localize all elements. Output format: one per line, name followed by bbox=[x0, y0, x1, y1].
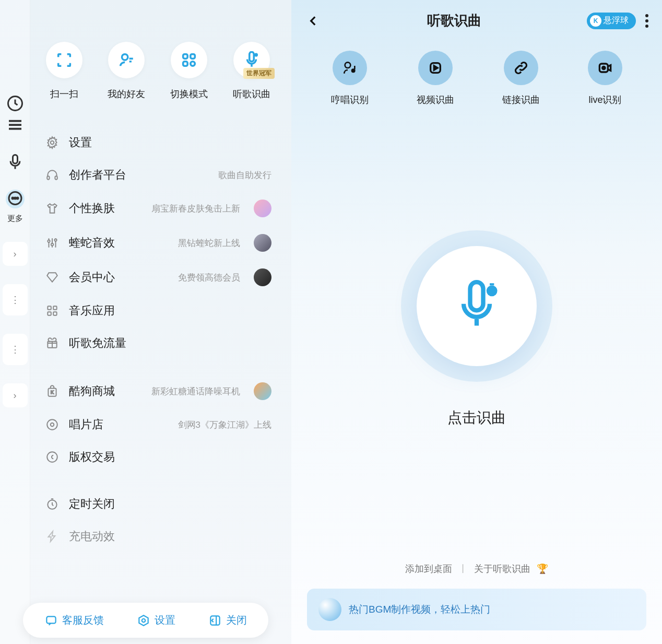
quick-friends-label: 我的好友 bbox=[108, 88, 145, 100]
bag-icon: K bbox=[45, 384, 60, 399]
drawer-edge: 更多 › ⋮ ⋮ › bbox=[0, 0, 30, 644]
svg-rect-1 bbox=[13, 155, 17, 164]
svg-rect-14 bbox=[55, 176, 57, 180]
page-title: 听歌识曲 bbox=[322, 11, 587, 30]
quick-scan[interactable]: 扫一扫 bbox=[46, 42, 82, 100]
quick-mode-label: 切换模式 bbox=[170, 88, 208, 100]
feedback-icon bbox=[44, 614, 58, 627]
headphone-icon bbox=[45, 168, 60, 182]
svg-point-32 bbox=[345, 62, 351, 68]
menu-apps[interactable]: 音乐应用 bbox=[41, 295, 276, 327]
svg-point-37 bbox=[487, 285, 498, 296]
grid-icon bbox=[45, 303, 60, 318]
more-button[interactable] bbox=[645, 14, 648, 28]
svg-rect-29 bbox=[47, 616, 56, 623]
bottom-feedback[interactable]: 客服反馈 bbox=[44, 613, 104, 627]
menu-viper[interactable]: 蝰蛇音效 黑钻蝰蛇新上线 bbox=[41, 226, 276, 260]
edge-card-2[interactable]: ⋮ bbox=[3, 284, 28, 315]
svg-rect-7 bbox=[183, 54, 188, 59]
trophy-icon: 🏆 bbox=[537, 563, 548, 575]
recognize-cta: 点击识曲 bbox=[447, 408, 506, 428]
quick-recognize-label: 听歌识曲 bbox=[233, 88, 270, 100]
menu-icon[interactable] bbox=[6, 115, 25, 134]
float-ball-button[interactable]: K 悬浮球 bbox=[587, 13, 636, 29]
chat-icon[interactable] bbox=[6, 190, 25, 208]
menu-store[interactable]: K 酷狗商城 新彩虹糖通话降噪耳机 bbox=[41, 374, 276, 408]
edge-card-3[interactable]: ⋮ bbox=[3, 334, 28, 365]
float-ball-icon: K bbox=[590, 15, 601, 27]
mode-hum[interactable]: 哼唱识别 bbox=[331, 51, 369, 106]
svg-rect-13 bbox=[47, 176, 49, 180]
svg-point-30 bbox=[142, 618, 146, 622]
mode-live[interactable]: live识别 bbox=[588, 51, 622, 106]
menu-copyright[interactable]: 版权交易 bbox=[41, 441, 276, 473]
shirt-icon bbox=[45, 201, 60, 216]
close-icon bbox=[208, 614, 222, 627]
gem-thumb bbox=[254, 234, 271, 252]
svg-point-6 bbox=[122, 54, 128, 60]
menu-skin[interactable]: 个性换肤 扇宝新春皮肤兔击上新 bbox=[41, 191, 276, 226]
svg-text:K: K bbox=[51, 390, 54, 395]
bgm-banner[interactable]: 热门BGM制作视频，轻松上热门 bbox=[307, 589, 646, 630]
quick-mode[interactable]: 切换模式 bbox=[170, 42, 208, 100]
mode-video[interactable]: 视频识曲 bbox=[417, 51, 454, 106]
svg-point-15 bbox=[48, 240, 50, 242]
recognize-center: 点击识曲 bbox=[291, 111, 662, 563]
svg-point-10 bbox=[191, 62, 195, 66]
svg-point-11 bbox=[254, 53, 258, 57]
recognize-button[interactable] bbox=[417, 246, 537, 366]
store-thumb bbox=[254, 382, 271, 400]
edge-card-4[interactable]: › bbox=[3, 383, 28, 407]
diamond-icon bbox=[45, 270, 60, 285]
gear-icon bbox=[45, 135, 60, 150]
svg-point-17 bbox=[54, 239, 56, 241]
svg-point-3 bbox=[12, 197, 14, 199]
banner-disc-icon bbox=[318, 598, 341, 621]
menu-free-data[interactable]: 听歌免流量 bbox=[41, 327, 276, 359]
svg-rect-8 bbox=[191, 54, 195, 59]
timer-icon bbox=[45, 497, 60, 511]
svg-point-26 bbox=[51, 423, 54, 427]
equalizer-icon bbox=[45, 236, 60, 250]
menu-creator[interactable]: 创作者平台 歌曲自助发行 bbox=[41, 159, 276, 191]
svg-point-5 bbox=[17, 197, 18, 199]
gift-icon bbox=[45, 336, 60, 350]
drawer-main: 扫一扫 我的好友 切换模式 世界冠军 听歌识曲 设置 bbox=[30, 0, 291, 644]
mode-link[interactable]: 链接识曲 bbox=[502, 51, 540, 106]
side-drawer: 更多 › ⋮ ⋮ › 扫一扫 我的好友 切换模式 世界冠军 听歌识曲 bbox=[0, 0, 291, 644]
quick-friends[interactable]: 我的好友 bbox=[108, 42, 145, 100]
menu-charge-anim[interactable]: 充电动效 bbox=[41, 520, 276, 553]
svg-rect-20 bbox=[48, 312, 51, 315]
recognize-modes: 哼唱识别 视频识曲 链接识曲 live识别 bbox=[291, 35, 662, 111]
menu-record-shop[interactable]: 唱片店 剑网3《万象江湖》上线 bbox=[41, 408, 276, 441]
bolt-icon bbox=[45, 529, 60, 544]
champion-badge: 世界冠军 bbox=[243, 68, 275, 79]
link-about[interactable]: 关于听歌识曲 bbox=[474, 563, 530, 575]
menu-settings[interactable]: 设置 bbox=[41, 126, 276, 159]
back-button[interactable] bbox=[305, 13, 322, 29]
svg-point-36 bbox=[602, 66, 605, 69]
mic-small-icon[interactable] bbox=[6, 153, 25, 171]
link-add-desktop[interactable]: 添加到桌面 bbox=[405, 563, 452, 575]
settings-small-icon bbox=[137, 614, 150, 627]
bottom-close[interactable]: 关闭 bbox=[208, 613, 247, 627]
svg-point-12 bbox=[51, 141, 54, 145]
svg-rect-21 bbox=[53, 312, 57, 315]
bottom-settings[interactable]: 设置 bbox=[137, 613, 175, 627]
copyright-icon bbox=[45, 450, 60, 464]
edge-more-label: 更多 bbox=[7, 214, 23, 224]
clock-icon[interactable] bbox=[6, 94, 25, 113]
svg-point-16 bbox=[51, 243, 53, 245]
vip-thumb bbox=[254, 268, 271, 286]
menu-vip[interactable]: 会员中心 免费领高德会员 bbox=[41, 260, 276, 295]
svg-rect-9 bbox=[183, 62, 188, 66]
recognize-header: 听歌识曲 K 悬浮球 bbox=[291, 0, 662, 35]
skin-thumb bbox=[254, 200, 271, 217]
bottom-bar: 客服反馈 设置 关闭 bbox=[23, 603, 268, 638]
recognize-screen: 听歌识曲 K 悬浮球 哼唱识别 视频识曲 链接识曲 live识别 bbox=[291, 0, 662, 644]
disc-icon bbox=[45, 417, 60, 432]
quick-actions: 扫一扫 我的好友 切换模式 世界冠军 听歌识曲 bbox=[41, 42, 276, 100]
menu-timer[interactable]: 定时关闭 bbox=[41, 488, 276, 520]
edge-card-1[interactable]: › bbox=[3, 242, 28, 266]
quick-recognize[interactable]: 世界冠军 听歌识曲 bbox=[233, 42, 270, 100]
